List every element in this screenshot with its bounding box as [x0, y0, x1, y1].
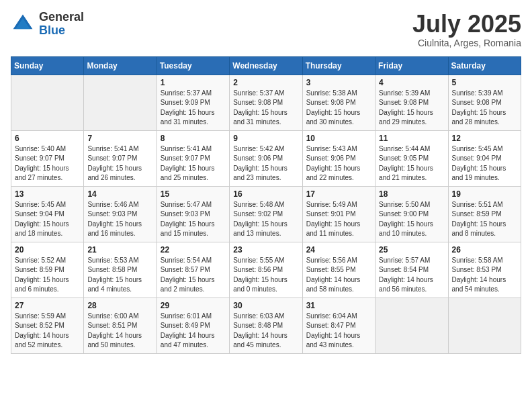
- day-number: 20: [15, 245, 80, 255]
- day-info: Sunrise: 5:47 AM Sunset: 9:03 PM Dayligh…: [161, 200, 226, 239]
- day-info: Sunrise: 5:54 AM Sunset: 8:57 PM Dayligh…: [161, 256, 226, 295]
- day-number: 8: [161, 134, 226, 143]
- calendar-cell: [84, 75, 157, 130]
- logo: General Blue: [11, 11, 84, 38]
- day-number: 11: [379, 134, 444, 143]
- day-number: 19: [452, 189, 517, 199]
- calendar-cell: 14Sunrise: 5:46 AM Sunset: 9:03 PM Dayli…: [84, 186, 157, 242]
- day-of-week-header: Saturday: [448, 56, 521, 75]
- calendar-cell: 20Sunrise: 5:52 AM Sunset: 8:59 PM Dayli…: [11, 242, 84, 298]
- calendar-table: SundayMondayTuesdayWednesdayThursdayFrid…: [11, 56, 521, 354]
- day-info: Sunrise: 5:41 AM Sunset: 9:07 PM Dayligh…: [87, 144, 152, 183]
- day-of-week-header: Friday: [375, 56, 448, 75]
- day-number: 27: [15, 301, 80, 310]
- day-number: 17: [306, 189, 371, 199]
- calendar-cell: 7Sunrise: 5:41 AM Sunset: 9:07 PM Daylig…: [84, 130, 157, 186]
- day-info: Sunrise: 5:53 AM Sunset: 8:58 PM Dayligh…: [87, 256, 152, 295]
- calendar-cell: 5Sunrise: 5:39 AM Sunset: 9:08 PM Daylig…: [448, 75, 521, 130]
- calendar-cell: 24Sunrise: 5:56 AM Sunset: 8:55 PM Dayli…: [302, 242, 375, 298]
- day-number: 15: [161, 189, 226, 199]
- calendar-cell: 21Sunrise: 5:53 AM Sunset: 8:58 PM Dayli…: [84, 242, 157, 298]
- day-number: 31: [306, 301, 371, 310]
- calendar-cell: 8Sunrise: 5:41 AM Sunset: 9:07 PM Daylig…: [157, 130, 229, 186]
- day-info: Sunrise: 5:40 AM Sunset: 9:07 PM Dayligh…: [15, 144, 80, 183]
- calendar-cell: 29Sunrise: 6:01 AM Sunset: 8:49 PM Dayli…: [157, 298, 229, 353]
- day-number: 30: [233, 301, 298, 310]
- day-info: Sunrise: 5:44 AM Sunset: 9:05 PM Dayligh…: [379, 144, 444, 183]
- day-info: Sunrise: 5:37 AM Sunset: 9:08 PM Dayligh…: [233, 89, 298, 128]
- day-info: Sunrise: 6:04 AM Sunset: 8:47 PM Dayligh…: [306, 312, 371, 351]
- day-info: Sunrise: 5:42 AM Sunset: 9:06 PM Dayligh…: [233, 144, 298, 183]
- day-info: Sunrise: 6:01 AM Sunset: 8:49 PM Dayligh…: [161, 312, 226, 351]
- day-info: Sunrise: 5:39 AM Sunset: 9:08 PM Dayligh…: [379, 89, 444, 128]
- title-block: July 2025 Ciulnita, Arges, Romania: [412, 11, 521, 48]
- day-info: Sunrise: 5:38 AM Sunset: 9:08 PM Dayligh…: [306, 89, 371, 128]
- day-number: 29: [161, 301, 226, 310]
- day-info: Sunrise: 5:45 AM Sunset: 9:04 PM Dayligh…: [452, 144, 517, 183]
- day-info: Sunrise: 6:00 AM Sunset: 8:51 PM Dayligh…: [87, 312, 152, 351]
- calendar-cell: 27Sunrise: 5:59 AM Sunset: 8:52 PM Dayli…: [11, 298, 84, 353]
- calendar-cell: 28Sunrise: 6:00 AM Sunset: 8:51 PM Dayli…: [84, 298, 157, 353]
- calendar-cell: 17Sunrise: 5:49 AM Sunset: 9:01 PM Dayli…: [302, 186, 375, 242]
- logo-general: General: [39, 11, 84, 24]
- logo-blue: Blue: [39, 24, 84, 38]
- calendar-cell: 26Sunrise: 5:58 AM Sunset: 8:53 PM Dayli…: [448, 242, 521, 298]
- calendar-cell: 11Sunrise: 5:44 AM Sunset: 9:05 PM Dayli…: [375, 130, 448, 186]
- day-info: Sunrise: 6:03 AM Sunset: 8:48 PM Dayligh…: [233, 312, 298, 351]
- calendar-week-row: 20Sunrise: 5:52 AM Sunset: 8:59 PM Dayli…: [11, 242, 521, 298]
- day-number: 24: [306, 245, 371, 255]
- day-info: Sunrise: 5:57 AM Sunset: 8:54 PM Dayligh…: [379, 256, 444, 295]
- day-info: Sunrise: 5:45 AM Sunset: 9:04 PM Dayligh…: [15, 200, 80, 239]
- calendar-cell: 22Sunrise: 5:54 AM Sunset: 8:57 PM Dayli…: [157, 242, 229, 298]
- day-info: Sunrise: 5:37 AM Sunset: 9:09 PM Dayligh…: [161, 89, 226, 128]
- day-number: 2: [233, 78, 298, 87]
- calendar-cell: 15Sunrise: 5:47 AM Sunset: 9:03 PM Dayli…: [157, 186, 229, 242]
- calendar-cell: 10Sunrise: 5:43 AM Sunset: 9:06 PM Dayli…: [302, 130, 375, 186]
- calendar-cell: [375, 298, 448, 353]
- day-number: 23: [233, 245, 298, 255]
- calendar-cell: 13Sunrise: 5:45 AM Sunset: 9:04 PM Dayli…: [11, 186, 84, 242]
- day-number: 4: [379, 78, 444, 87]
- day-info: Sunrise: 5:48 AM Sunset: 9:02 PM Dayligh…: [233, 200, 298, 239]
- day-number: 7: [87, 134, 152, 143]
- calendar-cell: [11, 75, 84, 130]
- day-number: 18: [379, 189, 444, 199]
- day-number: 26: [452, 245, 517, 255]
- day-info: Sunrise: 5:58 AM Sunset: 8:53 PM Dayligh…: [452, 256, 517, 295]
- day-of-week-header: Sunday: [11, 56, 84, 75]
- day-number: 9: [233, 134, 298, 143]
- day-info: Sunrise: 5:51 AM Sunset: 8:59 PM Dayligh…: [452, 200, 517, 239]
- day-info: Sunrise: 5:49 AM Sunset: 9:01 PM Dayligh…: [306, 200, 371, 239]
- day-info: Sunrise: 5:55 AM Sunset: 8:56 PM Dayligh…: [233, 256, 298, 295]
- calendar-cell: 31Sunrise: 6:04 AM Sunset: 8:47 PM Dayli…: [302, 298, 375, 353]
- logo-icon: [11, 12, 35, 36]
- day-info: Sunrise: 5:43 AM Sunset: 9:06 PM Dayligh…: [306, 144, 371, 183]
- day-info: Sunrise: 5:52 AM Sunset: 8:59 PM Dayligh…: [15, 256, 80, 295]
- calendar-cell: [448, 298, 521, 353]
- day-number: 16: [233, 189, 298, 199]
- calendar-week-row: 27Sunrise: 5:59 AM Sunset: 8:52 PM Dayli…: [11, 298, 521, 353]
- day-number: 22: [161, 245, 226, 255]
- day-info: Sunrise: 5:39 AM Sunset: 9:08 PM Dayligh…: [452, 89, 517, 128]
- day-of-week-header: Tuesday: [157, 56, 229, 75]
- day-number: 28: [87, 301, 152, 310]
- calendar-header-row: SundayMondayTuesdayWednesdayThursdayFrid…: [11, 56, 521, 75]
- day-info: Sunrise: 5:56 AM Sunset: 8:55 PM Dayligh…: [306, 256, 371, 295]
- day-info: Sunrise: 5:46 AM Sunset: 9:03 PM Dayligh…: [87, 200, 152, 239]
- day-number: 14: [87, 189, 152, 199]
- calendar-cell: 12Sunrise: 5:45 AM Sunset: 9:04 PM Dayli…: [448, 130, 521, 186]
- day-number: 1: [161, 78, 226, 87]
- day-number: 3: [306, 78, 371, 87]
- day-number: 12: [452, 134, 517, 143]
- day-info: Sunrise: 5:41 AM Sunset: 9:07 PM Dayligh…: [161, 144, 226, 183]
- day-info: Sunrise: 5:50 AM Sunset: 9:00 PM Dayligh…: [379, 200, 444, 239]
- calendar-cell: 3Sunrise: 5:38 AM Sunset: 9:08 PM Daylig…: [302, 75, 375, 130]
- location-subtitle: Ciulnita, Arges, Romania: [412, 38, 521, 48]
- day-number: 6: [15, 134, 80, 143]
- day-number: 21: [87, 245, 152, 255]
- calendar-cell: 19Sunrise: 5:51 AM Sunset: 8:59 PM Dayli…: [448, 186, 521, 242]
- calendar-cell: 6Sunrise: 5:40 AM Sunset: 9:07 PM Daylig…: [11, 130, 84, 186]
- calendar-cell: 9Sunrise: 5:42 AM Sunset: 9:06 PM Daylig…: [230, 130, 302, 186]
- day-of-week-header: Monday: [84, 56, 157, 75]
- calendar-cell: 4Sunrise: 5:39 AM Sunset: 9:08 PM Daylig…: [375, 75, 448, 130]
